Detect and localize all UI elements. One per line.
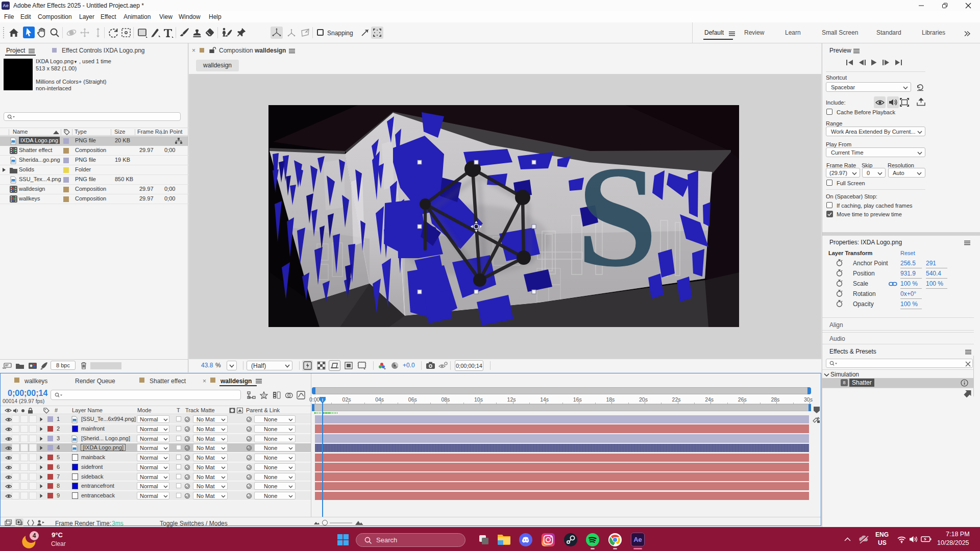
svg-text:S: S <box>577 136 658 297</box>
svg-text:4: 4 <box>33 532 36 539</box>
